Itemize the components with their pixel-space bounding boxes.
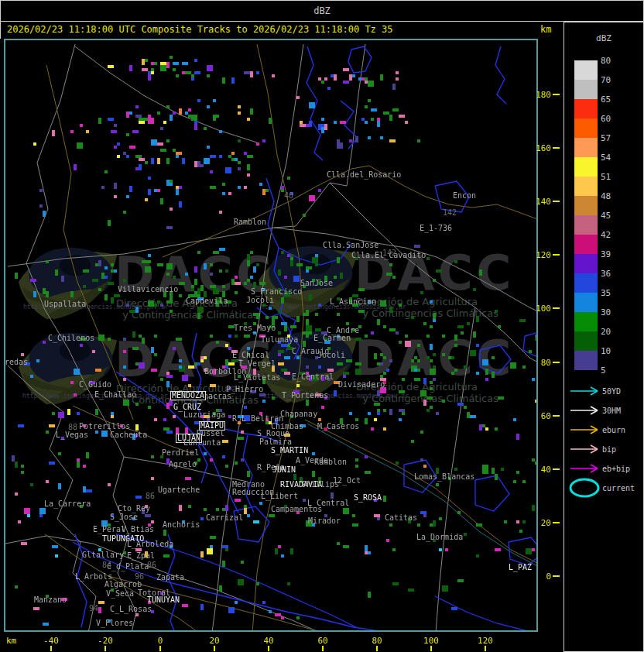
50YD-arrow-icon	[570, 387, 598, 395]
route-number-label: 142	[382, 249, 396, 257]
bip-arrow-icon	[570, 445, 598, 453]
place-label: S_Roque	[257, 430, 289, 438]
route-number-label: 84	[102, 561, 111, 569]
right-axis-tick-mark	[553, 415, 560, 417]
place-label: Divisadero	[338, 381, 385, 389]
city-label: S_MARTIN	[271, 447, 308, 455]
place-label: Ugarteche	[158, 486, 200, 494]
bottom-axis-tick-label: 120	[468, 636, 502, 646]
place-label: Anchoris	[163, 521, 200, 529]
route-number-label: 88	[68, 424, 77, 431]
place-label: Uspallata	[44, 300, 86, 308]
legend-item-label: 50YD	[602, 387, 621, 396]
bottom-axis-tick-label: 100	[414, 636, 448, 646]
right-axis-tick-label: 160	[531, 143, 551, 153]
right-axis-tick-mark	[553, 522, 560, 523]
city-label: MENDOZA	[170, 391, 206, 400]
place-label: Clla.del_Rosario	[327, 171, 401, 179]
bottom-axis-tick-label: 20	[197, 636, 231, 646]
place-label: Tulumaya	[261, 336, 298, 344]
route-number-label: 96	[135, 573, 144, 581]
30HM-arrow-icon	[570, 407, 598, 414]
place-label: C_d_Plata	[107, 563, 149, 571]
right-axis-tick-label: 80	[531, 358, 551, 368]
route-number-label: 40	[284, 192, 293, 200]
place-label: S_Francisco	[251, 288, 302, 296]
place-label: Cacheuta	[110, 431, 147, 439]
place-label: Cto_Rey	[118, 505, 150, 513]
place-label: La_Carrera	[44, 500, 91, 508]
colorbar-panel: dBZ 807065605754514845423936353020105 50…	[564, 22, 644, 652]
city-label: L_PAZ	[509, 564, 532, 571]
right-axis-tick-label: 140	[531, 197, 551, 207]
place-label: Potrerillos	[79, 423, 130, 431]
place-label: Carrizal	[206, 514, 243, 522]
place-label: Manzano	[34, 596, 67, 604]
radar-map: DACCDirección de Agricultura y Contingen…	[4, 39, 538, 632]
radar-screen: dBZ 2026/02/23 11:18:00 UTC Composite Tr…	[0, 0, 644, 652]
place-label: S_Jose	[110, 513, 138, 521]
place-label: Tres_Mayo	[234, 324, 276, 332]
place-label: L_Violetas	[234, 374, 280, 382]
place-label: Ramblon	[314, 458, 347, 466]
place-label: Gltallary	[82, 551, 124, 559]
place-label: V_Seca	[106, 590, 134, 598]
legend-item-label: bip	[602, 445, 616, 454]
place-label: C_Guido	[79, 381, 111, 389]
place-label: Jocoli	[317, 352, 345, 359]
bottom-axis-tick-label: -40	[34, 636, 68, 646]
legend-item-label: 30HM	[602, 407, 621, 415]
place-label: Lomas_Blancas	[414, 473, 474, 481]
city-label: JUNIN	[272, 466, 296, 474]
place-label: Algarrob	[104, 581, 142, 589]
place-label: L_Arboleda	[127, 540, 173, 548]
header-strip: 2026/02/23 11:18:00 UTC Composite Tracks…	[0, 22, 564, 39]
eburn-arrow-icon	[570, 426, 598, 434]
legend-item-label: eb+bip	[602, 465, 630, 473]
place-label: 12_Oct	[333, 477, 361, 485]
bottom-axis-tick-label: 0	[143, 636, 177, 646]
route-number-label: 86	[147, 561, 156, 569]
place-label: Ramblon	[234, 218, 266, 226]
bottom-axis-tick-mark	[50, 646, 52, 651]
place-label: Palmira	[259, 438, 292, 446]
place-label: M_Caseros	[317, 423, 359, 431]
right-axis-tick-label: 20	[531, 518, 551, 528]
place-label: E_Central	[292, 373, 334, 381]
route-number-label: 86	[146, 492, 155, 500]
place-label: Chapanay	[280, 410, 317, 418]
bottom-axis-tick-mark	[214, 646, 215, 651]
bottom-axis-tick-label: -20	[88, 636, 122, 646]
bottom-axis-tick-mark	[430, 646, 432, 651]
place-label: E_Challao	[94, 391, 136, 399]
title-bar: dBZ	[0, 0, 644, 22]
bottom-axis-tick-mark	[104, 646, 106, 651]
bottom-axis-tick-mark	[268, 646, 269, 651]
title-dbz: dBZ	[313, 5, 331, 16]
city-label: TUNUYAN	[147, 596, 180, 604]
bottom-axis-tick-mark	[376, 646, 378, 651]
right-axis-tick-mark	[553, 468, 560, 470]
bottom-axis-unit-label: km	[6, 636, 16, 646]
place-label: E_1-736	[420, 225, 452, 232]
bottom-axis-tick-mark	[322, 646, 324, 651]
right-axis-tick-label: 120	[531, 250, 551, 260]
place-label: Perdriel	[162, 449, 199, 457]
right-axis-tick-mark	[553, 147, 560, 149]
current-track-ellipse-icon	[570, 479, 598, 496]
place-label: L_Asuncion	[330, 298, 376, 306]
legend-item-label: current	[602, 484, 635, 492]
right-axis-tick-mark	[553, 201, 560, 202]
place-label: V_Btias	[122, 526, 154, 534]
place-label: L_Libert	[261, 492, 298, 500]
legend-symbols	[564, 22, 642, 650]
place-label: T_Porteñas	[282, 392, 328, 400]
bottom-axis-tick-label: 40	[252, 636, 286, 646]
place-label: Mirador	[308, 517, 341, 525]
route-number-label: 94	[89, 605, 98, 613]
right-axis-tick-label: 180	[531, 90, 551, 100]
right-axis-tick-mark	[553, 254, 560, 256]
right-axis-tick-mark	[553, 94, 560, 95]
place-label: E_Zpal	[127, 552, 155, 560]
bottom-axis-tick-mark	[159, 646, 161, 651]
